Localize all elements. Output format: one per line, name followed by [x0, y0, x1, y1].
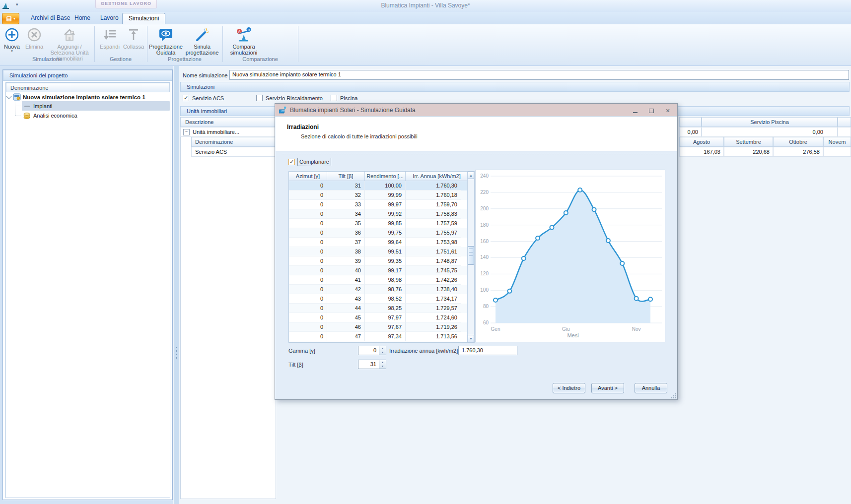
tab-home[interactable]: Home [69, 13, 96, 23]
piscina-checkbox[interactable] [331, 95, 337, 101]
col-header-azimut[interactable]: Azimut [γ] [289, 172, 327, 181]
servizio-acs-row[interactable]: Servizio ACS [191, 147, 276, 157]
nome-simulazione-input[interactable]: Nuova simulazione impianto solare termic… [229, 70, 849, 80]
svg-text:80: 80 [483, 304, 489, 309]
month-value-agosto[interactable]: 167,03 [679, 147, 724, 157]
dialog-close-button[interactable]: ✕ [663, 107, 673, 115]
cell: 31 [327, 181, 365, 190]
cell: 1.751,61 [406, 247, 461, 256]
irradiation-row[interactable]: 04298,761.738,40 [289, 285, 468, 294]
gamma-spinner[interactable]: ▲▼ [379, 346, 386, 355]
col-header-rendimento[interactable]: Rendimento [... [365, 172, 406, 181]
scroll-up-icon[interactable]: ▲ [468, 172, 474, 179]
irradiation-row[interactable]: 03499,921.758,83 [289, 209, 468, 219]
tree-guide-line [15, 101, 16, 115]
right-table-cell[interactable] [838, 127, 851, 137]
nuova-button[interactable]: Nuova ▾ [1, 26, 23, 53]
unita-immobiliare-row[interactable]: − Unità immobiliare... [180, 127, 276, 137]
table-scrollbar[interactable]: ▲ ▼ [467, 172, 474, 342]
nuova-dropdown-caret-icon[interactable]: ▾ [1, 50, 23, 53]
indietro-button[interactable]: < Indietro [553, 383, 585, 393]
col-header-tilt[interactable]: Tilt [β] [327, 172, 365, 181]
irradiation-row[interactable]: 03899,511.751,61 [289, 247, 468, 256]
sidebar-item-impianti[interactable]: Impianti [22, 101, 170, 111]
irradiation-row[interactable]: 04498,251.729,57 [289, 304, 468, 313]
tree-guide-line [15, 115, 20, 116]
servizio-acs-checkbox-row[interactable]: ✓ Servizio ACS [183, 95, 224, 101]
cell: 0 [289, 200, 327, 209]
irradiation-row[interactable]: 03599,851.757,59 [289, 219, 468, 228]
panel-splitter[interactable] [174, 66, 179, 504]
dialog-minimize-button[interactable] [630, 107, 640, 115]
cell: 0 [289, 285, 327, 294]
tab-simulazioni[interactable]: Simulazioni [122, 13, 165, 24]
servizio-riscaldamento-checkbox-row[interactable]: Servizio Riscaldamento [256, 95, 323, 101]
cell: 42 [327, 285, 365, 294]
month-value-ottobre[interactable]: 276,58 [773, 147, 823, 157]
tilt-input[interactable]: 31 [358, 360, 379, 369]
irradiation-row[interactable]: 04797,341.713,56 [289, 332, 468, 341]
irradiation-row[interactable]: 04099,171.745,75 [289, 266, 468, 275]
servizio-acs-checkbox[interactable]: ✓ [183, 95, 189, 101]
collapse-box-icon[interactable]: − [183, 129, 190, 135]
scroll-down-icon[interactable]: ▼ [468, 335, 474, 342]
column-header-denominazione: Denominazione [6, 83, 170, 92]
cell: 1.729,57 [406, 304, 461, 313]
cell: 0 [289, 181, 327, 190]
svg-text:Mesi: Mesi [567, 332, 578, 338]
cell: 1.745,75 [406, 266, 461, 275]
right-table-header-cell [838, 117, 851, 127]
complanare-checkbox-row[interactable]: ✓ Complanare [288, 158, 331, 165]
cell: 37 [327, 238, 365, 247]
dialog-maximize-button[interactable] [646, 107, 656, 115]
descrizione-header: Descrizione [180, 117, 276, 127]
irradiation-row[interactable]: 03299,991.760,18 [289, 190, 468, 200]
tree-root-row[interactable]: Nuova simulazione impianto solare termic… [7, 92, 170, 102]
irradiation-row[interactable]: 03699,751.755,97 [289, 228, 468, 238]
irradiation-row[interactable]: 04398,521.734,17 [289, 294, 468, 304]
group-label-comparazione: Comparazione [222, 56, 298, 62]
tree-expander-icon[interactable] [6, 93, 11, 99]
irradiation-row[interactable]: 04597,971.724,60 [289, 313, 468, 322]
irradiation-row[interactable]: 04697,671.719,26 [289, 322, 468, 332]
cell: 1.734,17 [406, 294, 461, 304]
tilt-spinner[interactable]: ▲▼ [379, 360, 386, 369]
piscina-total-cell[interactable]: 0,00 [702, 127, 838, 137]
cell: 97,67 [365, 322, 406, 332]
svg-text:180: 180 [480, 222, 489, 228]
sidebar-item-analisi-economica[interactable]: Analisi economica [22, 111, 170, 120]
avanti-button[interactable]: Avanti > [591, 383, 624, 393]
complanare-checkbox[interactable]: ✓ [288, 159, 295, 165]
month-value-settembre[interactable]: 220,68 [724, 147, 773, 157]
servizio-riscaldamento-checkbox[interactable] [256, 95, 263, 101]
gamma-input[interactable]: 0 [358, 346, 379, 355]
irradiation-row[interactable]: 03399,971.759,70 [289, 200, 468, 209]
col-header-irr-annua[interactable]: Irr. Annua [kWh/m2] [406, 172, 468, 181]
espandi-button[interactable]: Espandi [98, 26, 121, 50]
elimina-button[interactable]: Elimina [23, 26, 46, 50]
simula-progettazione-button[interactable]: Simula progettazione [184, 26, 220, 56]
collassa-button[interactable]: Collassa [122, 26, 145, 50]
cell: 1.724,60 [406, 313, 461, 322]
dialog-title-bar[interactable]: Blumatica impianti Solari - Simulazione … [275, 104, 677, 117]
month-value-novembre[interactable] [823, 147, 851, 157]
irradiazione-annua-input[interactable]: 1.760,30 [458, 346, 517, 355]
irradiation-row[interactable]: 04198,981.742,26 [289, 275, 468, 285]
cell: 32 [327, 190, 365, 200]
annulla-button[interactable]: Annulla [635, 383, 667, 393]
svg-text:160: 160 [480, 239, 489, 244]
compara-simulazioni-button[interactable]: A B Compara simulazioni [224, 26, 263, 56]
tab-lavoro[interactable]: Lavoro [94, 13, 125, 23]
group-label-gestione: Gestione [94, 56, 147, 62]
irradiation-row[interactable]: 031100,001.760,30 [289, 181, 468, 190]
resize-grip[interactable] [671, 393, 676, 398]
progettazione-guidata-button[interactable]: Progettazione Guidata [149, 26, 183, 56]
piscina-left-value-cell[interactable]: 0,00 [679, 127, 702, 137]
irradiation-row[interactable]: 03799,641.753,98 [289, 238, 468, 247]
piscina-checkbox-row[interactable]: Piscina [331, 95, 357, 101]
group-label-simulazione: Simulazione [0, 56, 94, 62]
irradiation-row[interactable]: 03999,351.748,87 [289, 256, 468, 266]
application-menu-button[interactable]: ▾ [2, 13, 19, 24]
scrollbar-thumb[interactable] [468, 246, 474, 265]
cell: 1.748,87 [406, 256, 461, 266]
